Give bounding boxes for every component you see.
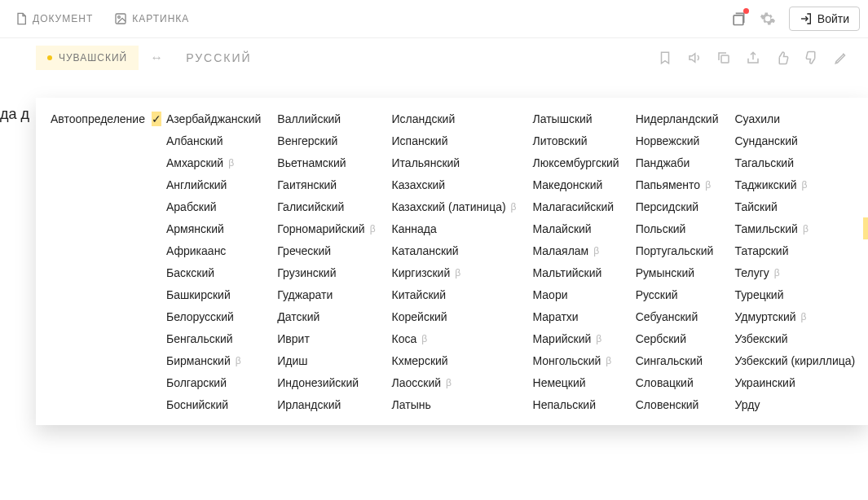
language-option[interactable]: Арабский [158, 195, 269, 217]
language-option[interactable]: Венгерский [269, 129, 383, 151]
language-option[interactable]: Хорватский [863, 173, 868, 195]
language-option[interactable]: Амхарскийβ [158, 151, 269, 173]
language-option[interactable]: Удмуртскийβ [726, 305, 863, 327]
language-option[interactable]: Маори [525, 283, 628, 305]
language-option[interactable]: Албанский [158, 129, 269, 151]
thumbs-up-icon[interactable] [775, 50, 790, 65]
language-option[interactable]: Боснийский [158, 393, 269, 415]
language-option[interactable]: Датский [269, 305, 383, 327]
language-option[interactable]: Нидерландский [628, 107, 727, 129]
language-option[interactable]: Каннада [384, 217, 525, 239]
copy-icon[interactable] [716, 50, 731, 65]
language-option[interactable]: Шотландский (гэль [863, 261, 868, 283]
language-option[interactable]: Корейский [384, 305, 525, 327]
language-option[interactable]: Непальский [525, 393, 628, 415]
document-tab[interactable]: ДОКУМЕНТ [8, 7, 99, 30]
language-option[interactable]: Ирландский [269, 393, 383, 415]
image-tab[interactable]: КАРТИНКА [108, 7, 196, 30]
language-option[interactable]: Баскский [158, 261, 269, 283]
language-option[interactable]: Хинди [863, 151, 868, 173]
language-option[interactable]: Словацкий [628, 371, 727, 393]
language-option[interactable]: Иврит [269, 327, 383, 349]
language-option[interactable]: Тагальский [726, 151, 863, 173]
share-icon[interactable] [746, 50, 760, 65]
language-option[interactable]: Эмодзи [863, 305, 868, 327]
language-option[interactable]: Испанский [384, 129, 525, 151]
language-option[interactable]: Немецкий [525, 371, 628, 393]
language-option[interactable]: Английский [158, 173, 269, 195]
source-language-selector[interactable]: ЧУВАШСКИЙ [36, 46, 139, 70]
language-option[interactable]: Валлийский [269, 107, 383, 129]
language-option[interactable]: Украинский [726, 371, 863, 393]
language-option[interactable]: Чувашский [863, 217, 868, 239]
language-option[interactable]: Кхмерский [384, 349, 525, 371]
language-option[interactable]: Телугуβ [726, 261, 863, 283]
language-option[interactable]: Сунданский [726, 129, 863, 151]
language-option[interactable]: Урду [726, 393, 863, 415]
language-option[interactable]: Японский [863, 393, 868, 415]
language-option[interactable]: Гаитянский [269, 173, 383, 195]
language-option[interactable]: Латынь [384, 393, 525, 415]
language-option[interactable]: Чешский [863, 195, 868, 217]
language-option[interactable]: Финский [863, 107, 868, 129]
language-option[interactable]: Турецкий [726, 283, 863, 305]
language-option[interactable]: Таджикскийβ [726, 173, 863, 195]
language-option[interactable]: Мальтийский [525, 261, 628, 283]
language-option[interactable]: Румынский [628, 261, 727, 283]
bookmark-icon[interactable] [658, 50, 672, 65]
language-option[interactable]: Персидский [628, 195, 727, 217]
language-option[interactable]: Киргизскийβ [384, 261, 525, 283]
language-option[interactable]: Яванский [863, 371, 868, 393]
language-option[interactable]: Казахский [384, 173, 525, 195]
language-option[interactable]: Грузинский [269, 261, 383, 283]
collections-icon[interactable] [730, 11, 747, 27]
target-language-selector[interactable]: РУССКИЙ [174, 45, 262, 71]
pencil-icon[interactable] [834, 50, 848, 65]
language-option[interactable]: Эсперанто [863, 327, 868, 349]
language-option[interactable]: Суахили [726, 107, 863, 129]
language-option[interactable]: Татарский [726, 239, 863, 261]
language-option[interactable]: Китайский [384, 283, 525, 305]
language-option[interactable]: Сербский [628, 327, 727, 349]
gear-icon[interactable] [760, 11, 776, 27]
language-option[interactable]: Каталанский [384, 239, 525, 261]
language-option[interactable]: Норвежский [628, 129, 727, 151]
speaker-icon[interactable] [687, 50, 702, 65]
language-option[interactable]: Словенский [628, 393, 727, 415]
language-option[interactable]: Польский [628, 217, 727, 239]
language-option[interactable]: Казахский (латиница)β [384, 195, 525, 217]
language-option[interactable]: Шведский [863, 239, 868, 261]
language-option[interactable]: Малаяламβ [525, 239, 628, 261]
language-option[interactable]: Латышский [525, 107, 628, 129]
language-option[interactable]: Узбекский [726, 327, 863, 349]
language-option[interactable]: Литовский [525, 129, 628, 151]
language-option[interactable]: Французский [863, 129, 868, 151]
language-option[interactable]: Белорусский [158, 305, 269, 327]
language-option[interactable]: Косаβ [384, 327, 525, 349]
language-option[interactable]: Марийскийβ [525, 327, 628, 349]
language-option[interactable]: Болгарский [158, 371, 269, 393]
language-option[interactable]: Галисийский [269, 195, 383, 217]
language-option[interactable]: Монгольскийβ [525, 349, 628, 371]
language-option[interactable]: Башкирский [158, 283, 269, 305]
language-option[interactable]: Малагасийский [525, 195, 628, 217]
language-option[interactable]: Индонезийский [269, 371, 383, 393]
thumbs-down-icon[interactable] [804, 50, 819, 65]
language-option[interactable]: Бирманскийβ [158, 349, 269, 371]
language-option[interactable]: Бенгальский [158, 327, 269, 349]
language-option[interactable]: Сингальский [628, 349, 727, 371]
language-option[interactable]: Эстонский [863, 349, 868, 371]
language-option[interactable]: Тайский [726, 195, 863, 217]
language-option[interactable]: Азербайджанский [158, 107, 269, 129]
language-option[interactable]: Маратхи [525, 305, 628, 327]
language-option[interactable]: Лаосскийβ [384, 371, 525, 393]
language-option[interactable]: Африкаанс [158, 239, 269, 261]
language-option[interactable]: Греческий [269, 239, 383, 261]
language-option[interactable]: Малайский [525, 217, 628, 239]
language-option[interactable]: Эльфийский (синд [863, 283, 868, 305]
language-option[interactable]: Люксембургский [525, 151, 628, 173]
language-option[interactable]: Тамильскийβ [726, 217, 863, 239]
language-option[interactable]: Вьетнамский [269, 151, 383, 173]
language-option[interactable]: Себуанский [628, 305, 727, 327]
language-option[interactable]: Горномарийскийβ [269, 217, 383, 239]
